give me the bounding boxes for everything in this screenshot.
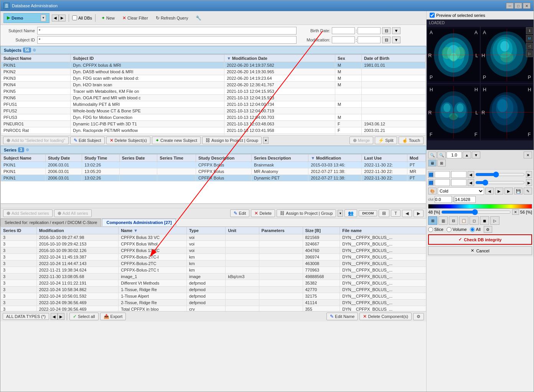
birth-date-btn2[interactable]: ▼ xyxy=(392,27,400,34)
frame-val2[interactable]: 1 xyxy=(451,179,466,186)
table-row[interactable]: 32022-10-24 11:45:19.387CPFPX-Bolus-2TC-… xyxy=(1,254,426,260)
slice-option[interactable]: Slice xyxy=(428,227,443,232)
slice-val2[interactable]: 1 xyxy=(451,171,466,178)
series-expand-btn[interactable]: ⊕ xyxy=(26,147,29,152)
table-row[interactable]: 32016-10-10 09:30:02.126CPFPX Bolus 13 V… xyxy=(1,247,426,254)
slice-next-btn[interactable]: ▶ xyxy=(526,171,532,178)
add-selected-button[interactable]: ⊕ Add Selected series xyxy=(3,209,53,217)
all-dbs-checkbox[interactable]: All DBs xyxy=(72,15,92,20)
table-row[interactable]: PKIN6Dyn. OGA PET and MR with blood c202… xyxy=(1,95,426,101)
table-row[interactable]: PNROD1 RatDyn. Raclopride PET/MR workflo… xyxy=(1,127,426,134)
select-all-button[interactable]: ✓ Select all xyxy=(69,313,99,320)
table-row[interactable]: PNEURO1Dynamic 11C-PiB PET with 3D T1202… xyxy=(1,121,426,127)
table-row[interactable]: 32016-10-10 09:29:42.153CPFPX Bolus Whol… xyxy=(1,241,426,247)
settings-button[interactable]: 🔧 xyxy=(193,14,204,22)
view-btn-5[interactable]: ◻ xyxy=(470,216,479,225)
table-row[interactable]: PKIN12006.03.0113:05:20CPFPX BolusMR Ana… xyxy=(1,168,426,175)
new-button[interactable]: ✦ New xyxy=(99,14,117,22)
close-button[interactable]: ✕ xyxy=(523,3,531,9)
check-db-button[interactable]: ✓ Check DB integrity xyxy=(428,234,532,245)
max-val-input[interactable]: 14.1628 xyxy=(455,196,476,203)
view-btn-3[interactable]: ⊟ xyxy=(449,216,458,225)
frame-slider[interactable] xyxy=(475,180,525,185)
types-prev[interactable]: ◀ xyxy=(51,313,58,320)
slice-slider1[interactable] xyxy=(475,172,525,177)
mod-input1[interactable] xyxy=(332,36,355,43)
delete-series-button[interactable]: ✕ Delete xyxy=(251,209,275,217)
assign-group-button[interactable]: ⛓ Assign to Project | Group xyxy=(202,137,262,144)
database-selector[interactable]: ▶ Demo ▼ xyxy=(3,13,49,23)
preview-checkbox[interactable] xyxy=(430,13,435,18)
info-btn[interactable]: ℹ xyxy=(526,27,533,34)
colormap-select[interactable]: Cold xyxy=(438,187,484,195)
series-next-btn[interactable]: ▶ xyxy=(414,210,424,217)
prev-db-button[interactable]: ◀ xyxy=(52,15,59,21)
table-row[interactable]: 32022-11-30 13:08:05.68image_1imagekBq/c… xyxy=(1,273,426,280)
slice-radio[interactable] xyxy=(428,227,433,232)
birth-date-input2[interactable] xyxy=(358,27,381,34)
add-loading-button[interactable]: ⊕ Add to "Selected for loading" xyxy=(3,137,69,144)
assign-dropdown[interactable]: ▼ xyxy=(263,137,269,144)
table-row[interactable]: PKIN1Dyn. CPFPX bolus & MRI2022-06-20 14… xyxy=(1,62,426,69)
delete-subject-button[interactable]: ✕ Delete Subject(s) xyxy=(106,137,150,144)
opacity-btn[interactable]: ⚙ xyxy=(484,226,492,233)
blue-btn[interactable]: M xyxy=(526,35,533,42)
volume-radio[interactable] xyxy=(447,227,452,232)
table-row[interactable]: PFUS2Whole-body Mouse CT & Bone SPE2021-… xyxy=(1,108,426,114)
table-row[interactable]: PFUS1Multimodality PET & MRI2021-10-13 1… xyxy=(1,101,426,108)
zoom-minus-btn[interactable]: 🔍 xyxy=(437,152,446,158)
table-row[interactable]: PKIN4Dyn. H2O brain scan2022-06-20 12:36… xyxy=(1,82,426,88)
colormap-play-btn[interactable]: ▶ xyxy=(504,188,513,194)
view-btn-6[interactable]: ◼ xyxy=(480,216,489,225)
colormap-prev-btn[interactable]: ◀ xyxy=(485,188,494,194)
table-row[interactable]: PKIN5Tracer with Metabolites, KM File on… xyxy=(1,88,426,95)
volume-option[interactable]: Volume xyxy=(447,227,467,232)
split-button[interactable]: ⚡ Split xyxy=(375,137,397,144)
min-val-input[interactable]: 0.0 xyxy=(435,196,452,203)
series-view-btn[interactable]: ⊞ xyxy=(379,209,389,217)
add-all-button[interactable]: ⊕ Add All series xyxy=(54,209,92,217)
table-row[interactable]: 32022-10-24 09:36:56.4692-Tissue, Ridge … xyxy=(1,300,426,306)
zoom-plus-btn[interactable]: 🔍 xyxy=(428,152,437,158)
colormap-edit-btn[interactable]: ✎ xyxy=(524,188,532,194)
subjects-table-container[interactable]: Subject Name Subject ID ▼ Modification D… xyxy=(0,54,426,135)
view-btn-1[interactable]: ⊞ xyxy=(428,216,437,225)
birth-date-btn1[interactable]: ⊟ xyxy=(382,27,391,34)
range-x-btn[interactable]: ✕ xyxy=(512,209,519,215)
assign-series-button[interactable]: ⛓ Assign to Project | Group xyxy=(277,209,336,217)
table-row[interactable]: PFUS3Dyn. FDG for Motion Correction2021-… xyxy=(1,114,426,121)
tab-components[interactable]: Components Administration [27] xyxy=(102,219,176,226)
birth-date-input[interactable] xyxy=(332,27,355,34)
dicom-btn[interactable]: DICOM xyxy=(359,210,377,216)
export-button[interactable]: 📤 Export xyxy=(100,313,126,320)
table-row[interactable]: 32022-10-24 11:44:47.143CPFPX-Bolus-2TCk… xyxy=(1,260,426,267)
edit-name-button[interactable]: ✎ Edit Name xyxy=(326,313,358,320)
mod-btn1[interactable]: ⊟ xyxy=(382,36,391,43)
comp-settings-button[interactable]: ⚙ xyxy=(413,313,424,320)
series-more-btn1[interactable]: 👥 xyxy=(344,209,357,217)
table-row[interactable]: PKIN2Dyn. DASB without blood & MRI2022-0… xyxy=(1,69,426,75)
frame-val1[interactable]: 16 xyxy=(435,179,450,186)
frame-prev-btn[interactable]: ◀ xyxy=(468,179,474,186)
delete-component-button[interactable]: ✕ Delete Component(s) xyxy=(359,313,412,320)
frame-color-btn[interactable]: 🟦 xyxy=(428,179,433,186)
create-new-subject-button[interactable]: ✦ Create new Subject xyxy=(152,137,201,144)
colormap-save-btn[interactable]: 💾 xyxy=(514,188,522,194)
slice-prev-btn[interactable]: ◀ xyxy=(468,171,474,178)
colormap-icon-btn[interactable]: 🎨 xyxy=(428,188,437,194)
edit-series-button[interactable]: ✎ Edit xyxy=(230,209,249,217)
slice-val1[interactable]: 41 xyxy=(435,171,450,178)
cancel-button[interactable]: ✕ Cancel xyxy=(428,246,532,255)
slice-color-btn[interactable]: 🟦 xyxy=(428,171,433,178)
minimize-button[interactable]: ─ xyxy=(506,3,514,9)
touch-button[interactable]: ☝ Touch xyxy=(399,137,424,144)
clear-filter-button[interactable]: ✕ Clear Filter xyxy=(120,14,151,22)
all-dbs-check[interactable] xyxy=(72,15,77,20)
refresh-query-button[interactable]: ↻ Refresh Query xyxy=(153,14,191,22)
subject-id-input[interactable] xyxy=(37,36,297,44)
series-assign-dropdown[interactable]: ▼ xyxy=(338,210,343,217)
series-hscroll[interactable] xyxy=(0,204,426,208)
series-prev-btn[interactable]: ◀ xyxy=(402,210,412,217)
merge-button[interactable]: ⊕ Merge xyxy=(349,137,373,144)
view-mode-btn1[interactable]: 🖥 xyxy=(428,160,437,166)
